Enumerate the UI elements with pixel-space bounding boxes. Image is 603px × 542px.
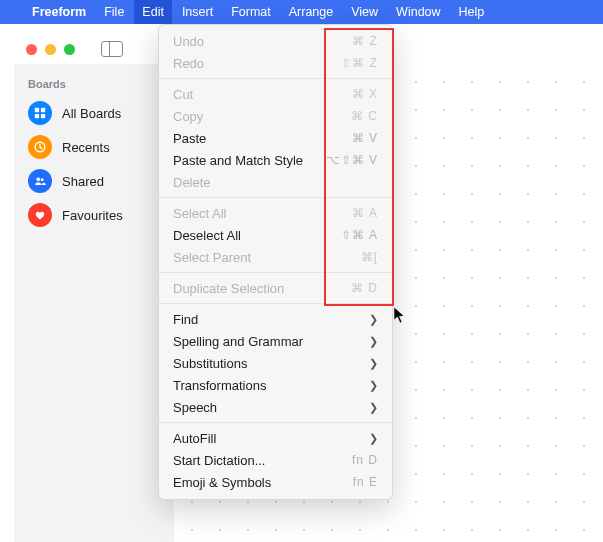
menu-item-select-parent[interactable]: Select Parent⌘[ (159, 246, 392, 268)
close-window-button[interactable] (26, 44, 37, 55)
menu-item-autofill[interactable]: AutoFill❯ (159, 427, 392, 449)
sidebar-item-favourites[interactable]: Favourites (24, 198, 164, 232)
svg-rect-1 (41, 108, 45, 112)
menu-item-copy[interactable]: Copy⌘ C (159, 105, 392, 127)
menu-item-paste-match-style[interactable]: Paste and Match Style⌥⇧⌘ V (159, 149, 392, 171)
menu-item-undo[interactable]: Undo⌘ Z (159, 30, 392, 52)
menu-item-delete[interactable]: Delete (159, 171, 392, 193)
menubar: Freeform File Edit Insert Format Arrange… (0, 0, 603, 24)
people-icon (28, 169, 52, 193)
sidebar-toggle-icon[interactable] (101, 41, 123, 57)
chevron-right-icon: ❯ (369, 313, 378, 326)
edit-menu-dropdown: Undo⌘ Z Redo⇧⌘ Z Cut⌘ X Copy⌘ C Paste⌘ V… (158, 24, 393, 500)
clock-icon (28, 135, 52, 159)
menu-item-dictation[interactable]: Start Dictation...fn D (159, 449, 392, 471)
sidebar-item-label: All Boards (62, 106, 121, 121)
menu-item-redo[interactable]: Redo⇧⌘ Z (159, 52, 392, 74)
chevron-right-icon: ❯ (369, 432, 378, 445)
menu-separator (159, 78, 392, 79)
sidebar-item-label: Shared (62, 174, 104, 189)
menu-separator (159, 272, 392, 273)
menu-item-select-all[interactable]: Select All⌘ A (159, 202, 392, 224)
mouse-cursor-icon (393, 306, 407, 324)
sidebar-item-label: Favourites (62, 208, 123, 223)
sidebar-heading: Boards (28, 78, 160, 90)
menubar-app[interactable]: Freeform (32, 5, 86, 19)
chevron-right-icon: ❯ (369, 335, 378, 348)
menu-separator (159, 197, 392, 198)
menubar-window[interactable]: Window (396, 5, 440, 19)
heart-icon (28, 203, 52, 227)
menubar-help[interactable]: Help (459, 5, 485, 19)
menubar-insert[interactable]: Insert (182, 5, 213, 19)
svg-rect-2 (35, 114, 39, 118)
sidebar-item-recents[interactable]: Recents (24, 130, 164, 164)
zoom-window-button[interactable] (64, 44, 75, 55)
sidebar-item-label: Recents (62, 140, 110, 155)
menu-item-cut[interactable]: Cut⌘ X (159, 83, 392, 105)
menu-item-emoji[interactable]: Emoji & Symbolsfn E (159, 471, 392, 493)
sidebar-item-all-boards[interactable]: All Boards (24, 96, 164, 130)
minimize-window-button[interactable] (45, 44, 56, 55)
menubar-edit[interactable]: Edit (134, 0, 172, 24)
menubar-arrange[interactable]: Arrange (289, 5, 333, 19)
grid-icon (28, 101, 52, 125)
menubar-view[interactable]: View (351, 5, 378, 19)
menu-item-substitutions[interactable]: Substitutions❯ (159, 352, 392, 374)
menu-item-deselect-all[interactable]: Deselect All⇧⌘ A (159, 224, 392, 246)
menu-item-speech[interactable]: Speech❯ (159, 396, 392, 418)
sidebar-item-shared[interactable]: Shared (24, 164, 164, 198)
menubar-file[interactable]: File (104, 5, 124, 19)
menu-separator (159, 303, 392, 304)
sidebar: Boards All Boards Recents Shared Favouri… (14, 64, 174, 542)
menubar-format[interactable]: Format (231, 5, 271, 19)
menu-item-spelling[interactable]: Spelling and Grammar❯ (159, 330, 392, 352)
svg-rect-3 (41, 114, 45, 118)
chevron-right-icon: ❯ (369, 379, 378, 392)
menu-item-paste[interactable]: Paste⌘ V (159, 127, 392, 149)
svg-rect-0 (35, 108, 39, 112)
menu-separator (159, 422, 392, 423)
svg-point-6 (41, 178, 44, 181)
chevron-right-icon: ❯ (369, 357, 378, 370)
menu-item-transformations[interactable]: Transformations❯ (159, 374, 392, 396)
chevron-right-icon: ❯ (369, 401, 378, 414)
menu-item-duplicate[interactable]: Duplicate Selection⌘ D (159, 277, 392, 299)
svg-point-5 (36, 177, 40, 181)
menu-item-find[interactable]: Find❯ (159, 308, 392, 330)
